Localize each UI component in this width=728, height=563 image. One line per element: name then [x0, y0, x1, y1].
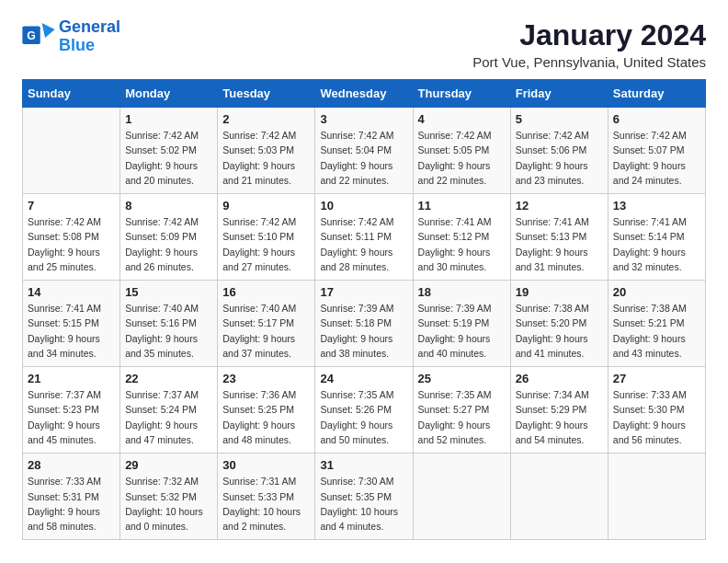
day-info: Sunrise: 7:34 AM Sunset: 5:29 PM Dayligh…	[516, 387, 603, 447]
calendar-cell: 23Sunrise: 7:36 AM Sunset: 5:25 PM Dayli…	[218, 367, 315, 454]
calendar-week-row: 28Sunrise: 7:33 AM Sunset: 5:31 PM Dayli…	[23, 454, 706, 540]
calendar-cell: 22Sunrise: 7:37 AM Sunset: 5:24 PM Dayli…	[120, 367, 218, 454]
calendar-cell: 25Sunrise: 7:35 AM Sunset: 5:27 PM Dayli…	[413, 367, 510, 454]
header-cell-friday: Friday	[510, 80, 608, 108]
day-info: Sunrise: 7:42 AM Sunset: 5:08 PM Dayligh…	[28, 214, 115, 274]
day-number: 15	[125, 285, 212, 299]
calendar-cell: 14Sunrise: 7:41 AM Sunset: 5:15 PM Dayli…	[23, 281, 120, 367]
calendar-body: 1Sunrise: 7:42 AM Sunset: 5:02 PM Daylig…	[23, 108, 706, 540]
calendar-cell: 26Sunrise: 7:34 AM Sunset: 5:29 PM Dayli…	[510, 367, 608, 454]
calendar-cell: 28Sunrise: 7:33 AM Sunset: 5:31 PM Dayli…	[23, 454, 120, 540]
day-info: Sunrise: 7:32 AM Sunset: 5:32 PM Dayligh…	[125, 474, 212, 534]
calendar-cell: 29Sunrise: 7:32 AM Sunset: 5:32 PM Dayli…	[120, 454, 218, 540]
svg-marker-2	[42, 23, 55, 38]
day-number: 26	[516, 372, 603, 385]
day-info: Sunrise: 7:35 AM Sunset: 5:27 PM Dayligh…	[418, 387, 506, 447]
day-info: Sunrise: 7:40 AM Sunset: 5:17 PM Dayligh…	[222, 301, 310, 361]
calendar-cell: 6Sunrise: 7:42 AM Sunset: 5:07 PM Daylig…	[608, 108, 705, 194]
day-info: Sunrise: 7:30 AM Sunset: 5:35 PM Dayligh…	[320, 474, 407, 534]
day-number: 6	[613, 112, 700, 126]
calendar-cell: 12Sunrise: 7:41 AM Sunset: 5:13 PM Dayli…	[510, 194, 608, 281]
day-number: 1	[125, 112, 212, 126]
calendar-subtitle: Port Vue, Pennsylvania, United States	[472, 54, 706, 70]
day-number: 17	[320, 285, 407, 299]
day-info: Sunrise: 7:41 AM Sunset: 5:13 PM Dayligh…	[516, 214, 603, 274]
day-number: 3	[320, 112, 407, 126]
calendar-title: January 2024	[472, 18, 706, 52]
logo-icon: G	[22, 23, 55, 51]
day-number: 24	[320, 372, 407, 385]
header-cell-saturday: Saturday	[608, 80, 705, 108]
day-info: Sunrise: 7:42 AM Sunset: 5:09 PM Dayligh…	[125, 214, 212, 274]
day-number: 31	[320, 458, 407, 472]
calendar-cell: 4Sunrise: 7:42 AM Sunset: 5:05 PM Daylig…	[413, 108, 510, 194]
day-number: 11	[418, 199, 506, 213]
calendar-cell: 1Sunrise: 7:42 AM Sunset: 5:02 PM Daylig…	[120, 108, 218, 194]
day-info: Sunrise: 7:35 AM Sunset: 5:26 PM Dayligh…	[320, 387, 407, 447]
calendar-cell: 24Sunrise: 7:35 AM Sunset: 5:26 PM Dayli…	[315, 367, 413, 454]
day-info: Sunrise: 7:40 AM Sunset: 5:16 PM Dayligh…	[125, 301, 212, 361]
header-cell-tuesday: Tuesday	[218, 80, 315, 108]
calendar-cell	[510, 454, 608, 540]
calendar-header-row: SundayMondayTuesdayWednesdayThursdayFrid…	[23, 80, 706, 108]
calendar-cell: 8Sunrise: 7:42 AM Sunset: 5:09 PM Daylig…	[120, 194, 218, 281]
day-info: Sunrise: 7:38 AM Sunset: 5:20 PM Dayligh…	[516, 301, 603, 361]
calendar-cell: 18Sunrise: 7:39 AM Sunset: 5:19 PM Dayli…	[413, 281, 510, 367]
calendar-cell	[413, 454, 510, 540]
day-number: 16	[222, 285, 310, 299]
day-info: Sunrise: 7:42 AM Sunset: 5:11 PM Dayligh…	[320, 214, 407, 274]
day-number: 21	[28, 372, 115, 385]
calendar-cell: 5Sunrise: 7:42 AM Sunset: 5:06 PM Daylig…	[510, 108, 608, 194]
day-number: 25	[418, 372, 506, 385]
day-number: 23	[222, 372, 310, 385]
day-info: Sunrise: 7:42 AM Sunset: 5:05 PM Dayligh…	[418, 128, 506, 188]
logo: G General Blue	[22, 18, 120, 55]
calendar-cell: 20Sunrise: 7:38 AM Sunset: 5:21 PM Dayli…	[608, 281, 705, 367]
calendar-cell: 30Sunrise: 7:31 AM Sunset: 5:33 PM Dayli…	[218, 454, 315, 540]
day-number: 7	[28, 199, 115, 213]
day-info: Sunrise: 7:37 AM Sunset: 5:24 PM Dayligh…	[125, 387, 212, 447]
day-number: 12	[516, 199, 603, 213]
calendar-cell: 31Sunrise: 7:30 AM Sunset: 5:35 PM Dayli…	[315, 454, 413, 540]
day-info: Sunrise: 7:37 AM Sunset: 5:23 PM Dayligh…	[28, 387, 115, 447]
calendar-cell	[608, 454, 705, 540]
calendar-cell: 2Sunrise: 7:42 AM Sunset: 5:03 PM Daylig…	[218, 108, 315, 194]
day-number: 2	[222, 112, 310, 126]
day-info: Sunrise: 7:42 AM Sunset: 5:04 PM Dayligh…	[320, 128, 407, 188]
day-number: 28	[28, 458, 115, 472]
day-info: Sunrise: 7:42 AM Sunset: 5:10 PM Dayligh…	[222, 214, 310, 274]
header-cell-sunday: Sunday	[23, 80, 120, 108]
day-info: Sunrise: 7:42 AM Sunset: 5:06 PM Dayligh…	[516, 128, 603, 188]
calendar-cell: 11Sunrise: 7:41 AM Sunset: 5:12 PM Dayli…	[413, 194, 510, 281]
day-number: 22	[125, 372, 212, 385]
day-number: 10	[320, 199, 407, 213]
day-info: Sunrise: 7:36 AM Sunset: 5:25 PM Dayligh…	[222, 387, 310, 447]
day-number: 18	[418, 285, 506, 299]
day-info: Sunrise: 7:39 AM Sunset: 5:19 PM Dayligh…	[418, 301, 506, 361]
calendar-week-row: 21Sunrise: 7:37 AM Sunset: 5:23 PM Dayli…	[23, 367, 706, 454]
calendar-cell: 16Sunrise: 7:40 AM Sunset: 5:17 PM Dayli…	[218, 281, 315, 367]
day-number: 13	[613, 199, 700, 213]
day-number: 4	[418, 112, 506, 126]
day-info: Sunrise: 7:42 AM Sunset: 5:07 PM Dayligh…	[613, 128, 700, 188]
day-number: 9	[222, 199, 310, 213]
day-number: 20	[613, 285, 700, 299]
page-header: G General Blue January 2024 Port Vue, Pe…	[22, 18, 706, 70]
day-number: 14	[28, 285, 115, 299]
day-number: 5	[516, 112, 603, 126]
day-number: 19	[516, 285, 603, 299]
calendar-cell: 15Sunrise: 7:40 AM Sunset: 5:16 PM Dayli…	[120, 281, 218, 367]
day-number: 30	[222, 458, 310, 472]
day-number: 27	[613, 372, 700, 385]
header-cell-wednesday: Wednesday	[315, 80, 413, 108]
logo-text: General Blue	[59, 18, 120, 55]
calendar-week-row: 7Sunrise: 7:42 AM Sunset: 5:08 PM Daylig…	[23, 194, 706, 281]
calendar-cell: 7Sunrise: 7:42 AM Sunset: 5:08 PM Daylig…	[23, 194, 120, 281]
calendar-cell: 19Sunrise: 7:38 AM Sunset: 5:20 PM Dayli…	[510, 281, 608, 367]
calendar-week-row: 14Sunrise: 7:41 AM Sunset: 5:15 PM Dayli…	[23, 281, 706, 367]
header-cell-thursday: Thursday	[413, 80, 510, 108]
calendar-cell: 9Sunrise: 7:42 AM Sunset: 5:10 PM Daylig…	[218, 194, 315, 281]
day-number: 8	[125, 199, 212, 213]
day-info: Sunrise: 7:33 AM Sunset: 5:30 PM Dayligh…	[613, 387, 700, 447]
day-number: 29	[125, 458, 212, 472]
